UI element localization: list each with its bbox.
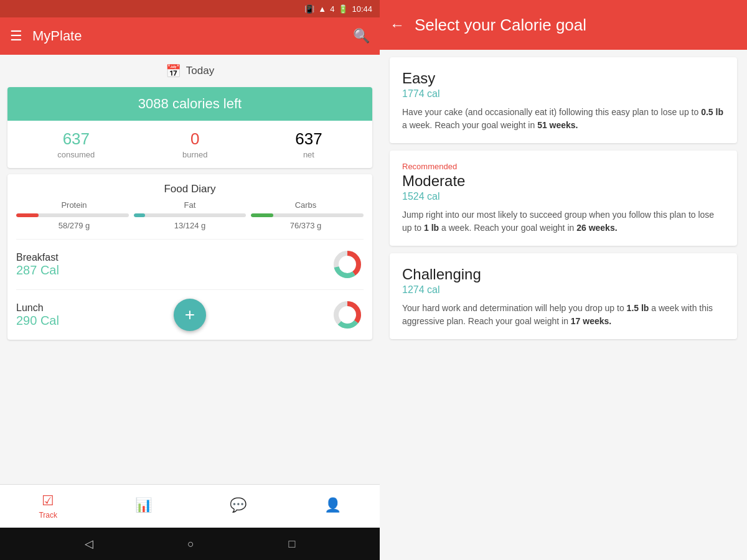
add-meal-button-wrap: + bbox=[174, 299, 206, 331]
carbs-fill bbox=[251, 213, 273, 217]
goal-moderate-cal: 1524 cal bbox=[402, 191, 725, 202]
battery-icon: 🔋 bbox=[338, 4, 348, 14]
goal-easy-desc: Have your cake (and occasionally eat it)… bbox=[402, 106, 725, 132]
goal-challenging-name: Challenging bbox=[402, 266, 725, 283]
calories-left-bar: 3088 calories left bbox=[7, 87, 372, 121]
date-label: Today bbox=[186, 65, 214, 77]
recents-button[interactable]: □ bbox=[288, 538, 295, 551]
goal-easy-card[interactable]: Easy 1774 cal Have your cake (and occasi… bbox=[390, 57, 737, 143]
right-title: Select your Calorie goal bbox=[415, 16, 586, 35]
carbs-value: 76/373 g bbox=[248, 221, 364, 230]
breakfast-name: Breakfast bbox=[16, 252, 331, 263]
macro-values: 58/279 g 13/124 g 76/373 g bbox=[16, 221, 364, 230]
net-stat: 637 net bbox=[295, 129, 322, 159]
breakfast-row[interactable]: Breakfast 287 Cal bbox=[7, 240, 372, 289]
breakfast-donut bbox=[331, 248, 364, 281]
goal-moderate-badge: Recommended bbox=[402, 162, 725, 171]
breakfast-cal: 287 Cal bbox=[16, 263, 331, 278]
right-header: ← Select your Calorie goal bbox=[380, 0, 747, 50]
feed-icon: 💬 bbox=[230, 497, 247, 513]
track-label: Track bbox=[39, 511, 57, 520]
goal-challenging-card[interactable]: Challenging 1274 cal Your hard work and … bbox=[390, 253, 737, 339]
goal-challenging-desc: Your hard work and determination will he… bbox=[402, 302, 725, 328]
network-icon: 4 bbox=[330, 4, 334, 14]
lunch-donut bbox=[331, 299, 364, 331]
fat-fill bbox=[134, 213, 145, 217]
fat-header: Fat bbox=[132, 200, 248, 210]
protein-bar bbox=[16, 213, 129, 217]
progress-bars bbox=[16, 213, 364, 217]
back-button[interactable]: ◁ bbox=[85, 537, 93, 551]
app-title: MyPlate bbox=[32, 28, 353, 44]
lunch-row[interactable]: Lunch 290 Cal + bbox=[7, 290, 372, 340]
svg-point-7 bbox=[341, 309, 354, 321]
vibrate-icon: 📳 bbox=[304, 4, 314, 14]
left-panel: 📳 ▲ 4 🔋 10:44 ☰ MyPlate 🔍 📅 Today 3088 c… bbox=[0, 0, 380, 560]
burned-value: 0 bbox=[182, 129, 207, 149]
app-header: ☰ MyPlate 🔍 bbox=[0, 17, 380, 55]
fat-value: 13/124 g bbox=[132, 221, 248, 230]
nav-feed[interactable]: 💬 bbox=[230, 497, 247, 515]
svg-point-3 bbox=[341, 258, 354, 271]
profile-icon: 👤 bbox=[324, 497, 341, 513]
stats-icon: 📊 bbox=[135, 497, 152, 513]
home-button[interactable]: ○ bbox=[187, 538, 194, 551]
calendar-icon: 📅 bbox=[166, 63, 181, 78]
net-label: net bbox=[295, 150, 322, 159]
goal-easy-cal: 1774 cal bbox=[402, 88, 725, 100]
bottom-nav: ☑ Track 📊 💬 👤 bbox=[0, 484, 380, 528]
nav-profile[interactable]: 👤 bbox=[324, 497, 341, 515]
protein-value: 58/279 g bbox=[16, 221, 132, 230]
burned-stat: 0 burned bbox=[182, 129, 207, 159]
consumed-stat: 637 consumed bbox=[57, 129, 95, 159]
nav-stats[interactable]: 📊 bbox=[135, 497, 152, 515]
goal-challenging-cal: 1274 cal bbox=[402, 284, 725, 296]
food-diary-title: Food Diary bbox=[7, 174, 372, 200]
add-meal-button[interactable]: + bbox=[174, 299, 206, 331]
nav-track[interactable]: ☑ Track bbox=[39, 493, 57, 520]
breakfast-info: Breakfast 287 Cal bbox=[16, 252, 331, 278]
menu-icon[interactable]: ☰ bbox=[10, 28, 22, 44]
status-bar: 📳 ▲ 4 🔋 10:44 bbox=[0, 0, 380, 17]
date-row[interactable]: 📅 Today bbox=[0, 55, 380, 87]
food-diary-card: Food Diary Protein Fat Carbs 58/279 g bbox=[7, 174, 372, 340]
carbs-bar bbox=[251, 213, 364, 217]
protein-fill bbox=[16, 213, 39, 217]
calories-stats: 637 consumed 0 burned 637 net bbox=[7, 121, 372, 168]
fat-bar bbox=[134, 213, 247, 217]
consumed-label: consumed bbox=[57, 150, 95, 159]
goal-moderate-card[interactable]: Recommended Moderate 1524 cal Jump right… bbox=[390, 151, 737, 246]
android-nav: ◁ ○ □ bbox=[0, 528, 380, 560]
net-value: 637 bbox=[295, 129, 322, 149]
goal-moderate-desc: Jump right into our most likely to succe… bbox=[402, 208, 725, 235]
right-panel: ← Select your Calorie goal Easy 1774 cal… bbox=[380, 0, 747, 560]
search-icon[interactable]: 🔍 bbox=[353, 28, 370, 44]
goal-easy-name: Easy bbox=[402, 70, 725, 87]
track-icon: ☑ bbox=[42, 493, 54, 509]
time-display: 10:44 bbox=[352, 4, 372, 14]
macro-section: Protein Fat Carbs 58/279 g 13/124 g 76/3… bbox=[7, 200, 372, 239]
protein-header: Protein bbox=[16, 200, 132, 210]
goal-cards-container: Easy 1774 cal Have your cake (and occasi… bbox=[380, 50, 747, 347]
signal-icon: ▲ bbox=[318, 4, 326, 14]
calories-card: 3088 calories left 637 consumed 0 burned… bbox=[7, 87, 372, 168]
carbs-header: Carbs bbox=[248, 200, 364, 210]
macro-headers: Protein Fat Carbs bbox=[16, 200, 364, 210]
burned-label: burned bbox=[182, 150, 207, 159]
back-arrow-icon[interactable]: ← bbox=[390, 16, 405, 34]
consumed-value: 637 bbox=[57, 129, 95, 149]
goal-moderate-name: Moderate bbox=[402, 172, 725, 190]
